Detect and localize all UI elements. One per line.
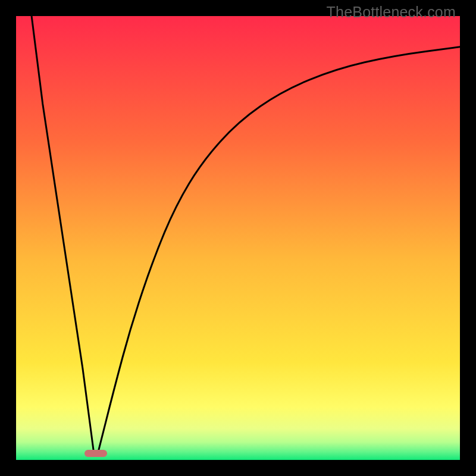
chart-area	[16, 16, 460, 460]
watermark-text: TheBottleneck.com	[327, 4, 456, 21]
bottleneck-curve	[16, 16, 460, 460]
optimal-marker	[84, 450, 107, 457]
